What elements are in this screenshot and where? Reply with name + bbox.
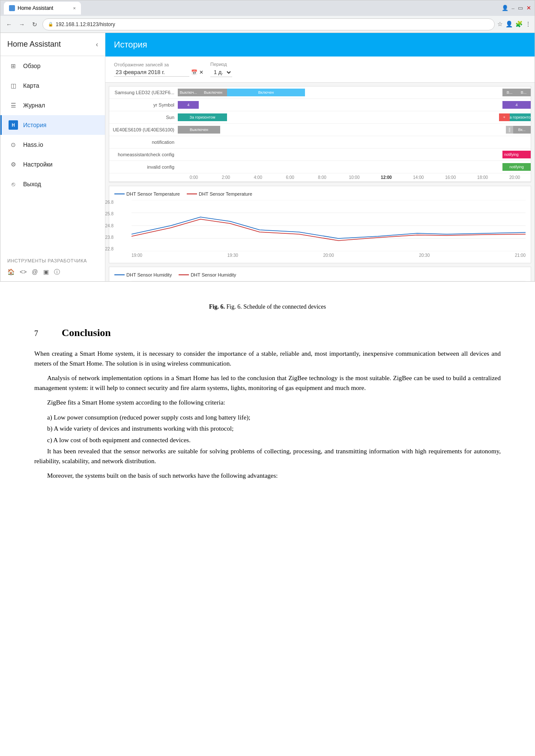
table-row: Sun За горизонтом + За горизонтом (109, 111, 531, 124)
date-input[interactable] (114, 68, 189, 77)
time-tick-0: 0:00 (178, 175, 210, 180)
browser-toolbar: ← → ↻ 🔒 192.168.1.12:8123/history ☆ 👤 🧩 … (0, 16, 535, 33)
y-label-268: 26.8 (105, 200, 114, 205)
settings-icon: ⚙ (9, 160, 18, 169)
table-row: UE40ES6109 (UE40ES6100) Выключен ║ Вк... (109, 124, 531, 136)
legend-label-temp1: DHT Sensor Temperature (126, 191, 180, 196)
sidebar-label-logout: Выход (23, 181, 41, 188)
y-label-60: 60 (105, 281, 114, 281)
period-select[interactable]: 1 д. (210, 68, 232, 77)
devtool-home-icon[interactable]: 🏠 (7, 268, 15, 276)
devtools-label: Инструменты разработчика (0, 254, 105, 266)
time-tick-18: 18:00 (466, 175, 499, 180)
reload-button[interactable]: ↻ (30, 19, 40, 30)
bar-end1: В... (502, 89, 517, 96)
bar-horizon2: За горизонтом (510, 113, 531, 121)
ha-app: Home Assistant ‹ ⊞ Обзор ◫ Карта ☰ Журна… (0, 33, 535, 281)
back-button[interactable]: ← (4, 19, 14, 30)
y-label-258: 25.8 (105, 211, 114, 216)
legend-item-temp2: DHT Sensor Temperature (187, 191, 252, 196)
time-tick-12: 12:00 (370, 175, 402, 180)
profile-icon[interactable]: 👤 (505, 21, 513, 28)
main-content: История Отображение записей за 📅 ✕ Перио… (105, 33, 535, 281)
time-tick-10: 10:00 (338, 175, 371, 180)
address-bar[interactable]: 🔒 192.168.1.12:8123/history (42, 18, 495, 30)
sidebar-label-hassio: Hass.io (23, 141, 43, 148)
devtool-info-icon[interactable]: ⓘ (54, 268, 60, 276)
devtool-file-icon[interactable]: ▣ (43, 268, 49, 276)
sidebar-item-history[interactable]: H История (0, 115, 105, 135)
timeline-bar-yr: 4 4 (178, 99, 531, 111)
history-controls: Отображение записей за 📅 ✕ Период 1 д. (105, 57, 535, 83)
sidebar-label-logbook: Журнал (23, 102, 45, 109)
logout-icon: ⎋ (9, 179, 18, 189)
tab-title: Home Assistant (18, 5, 53, 11)
close-button[interactable]: ✕ (526, 5, 531, 12)
section-title: Conclusion (62, 325, 111, 340)
humidity-chart-section: DHT Sensor Humidity DHT Sensor Humidity … (109, 267, 531, 281)
time-tick-20: 20:00 (499, 175, 531, 180)
humidity-chart-container: 60 45 φ 30 15 0 (114, 281, 526, 281)
temp-chart-legend: DHT Sensor Temperature DHT Sensor Temper… (114, 191, 526, 196)
devtool-at-icon[interactable]: @ (32, 268, 38, 276)
time-tick-8: 8:00 (306, 175, 338, 180)
y-label-248: φ 24.8 (105, 223, 114, 228)
time-tick-4: 4:00 (242, 175, 274, 180)
browser-tab[interactable]: Home Assistant × (4, 2, 81, 15)
timeline-bar-hacheck: notifying (178, 149, 531, 161)
list-item-c: c) A low cost of both equipment and conn… (47, 435, 501, 445)
sidebar-item-logbook[interactable]: ☰ Журнал (0, 95, 105, 115)
bar-hacheck-notif2 (520, 151, 531, 158)
period-control: Период 1 д. (210, 62, 232, 77)
table-row: Samsung LED32 (UE32F6... Выключ... Выклю… (109, 86, 531, 99)
device-label: notification (109, 138, 178, 146)
sidebar-item-hassio[interactable]: ⊙ Hass.io (0, 135, 105, 155)
document-area: Fig. 6. Fig. 6. Schedule of the connecte… (0, 282, 535, 500)
forward-button[interactable]: → (17, 19, 27, 30)
address-text: 192.168.1.12:8123/history (56, 21, 115, 27)
history-icon: H (9, 120, 18, 130)
timeline-bar-notif (178, 136, 531, 148)
temp-chart-section: DHT Sensor Temperature DHT Sensor Temper… (109, 186, 531, 263)
tab-close-button[interactable]: × (73, 6, 76, 11)
devtool-code-icon[interactable]: <> (20, 268, 27, 276)
sidebar-label-map: Карта (23, 82, 39, 89)
device-label: Sun (109, 113, 178, 122)
minimize-button[interactable]: – (512, 5, 515, 12)
bookmarks-icon[interactable]: ☆ (497, 21, 503, 28)
legend-line-hum1 (114, 274, 125, 275)
extensions-icon[interactable]: 🧩 (515, 21, 523, 28)
bar-yr1: 4 (178, 101, 199, 109)
legend-label-hum2: DHT Sensor Humidity (191, 272, 236, 277)
sidebar-item-logout[interactable]: ⎋ Выход (0, 174, 105, 194)
legend-line-hum2 (179, 274, 189, 275)
bar-ue40-on: Вк... (513, 126, 531, 134)
sidebar-item-overview[interactable]: ⊞ Обзор (0, 56, 105, 76)
device-label: yr Symbol (109, 101, 178, 109)
table-row: notification (109, 136, 531, 149)
list-item-b: b) A wide variety of devices and instrum… (47, 424, 501, 434)
humidity-chart-legend: DHT Sensor Humidity DHT Sensor Humidity (114, 272, 526, 277)
date-calendar-icon[interactable]: 📅 (191, 69, 197, 75)
device-label: UE40ES6109 (UE40ES6100) (109, 125, 178, 134)
humidity-chart-wrapper (132, 281, 526, 281)
bar-horizon1: За горизонтом (178, 113, 227, 121)
menu-icon[interactable]: ⋮ (525, 21, 531, 28)
date-clear-icon[interactable]: ✕ (199, 69, 203, 75)
ssl-icon: 🔒 (48, 22, 53, 27)
sidebar-collapse-button[interactable]: ‹ (96, 41, 98, 48)
y-label-238: 23.8 (105, 235, 114, 240)
maximize-button[interactable]: ▭ (518, 5, 523, 12)
logbook-icon: ☰ (9, 101, 18, 110)
humidity-chart-svg (132, 281, 526, 281)
legend-label-hum1: DHT Sensor Humidity (126, 272, 172, 277)
sidebar-item-settings[interactable]: ⚙ Настройки (0, 155, 105, 174)
legend-item-hum2: DHT Sensor Humidity (179, 272, 236, 277)
bar-hacheck-notif1: notifying (502, 151, 520, 158)
sidebar-item-map[interactable]: ◫ Карта (0, 76, 105, 95)
time-tick-2: 2:00 (210, 175, 242, 180)
legend-label-temp2: DHT Sensor Temperature (199, 191, 252, 196)
bar-ue40-mid: ║ (506, 126, 513, 134)
bar-ue40-off: Выключен (178, 126, 220, 134)
timeline-bar-sun: За горизонтом + За горизонтом (178, 111, 531, 123)
